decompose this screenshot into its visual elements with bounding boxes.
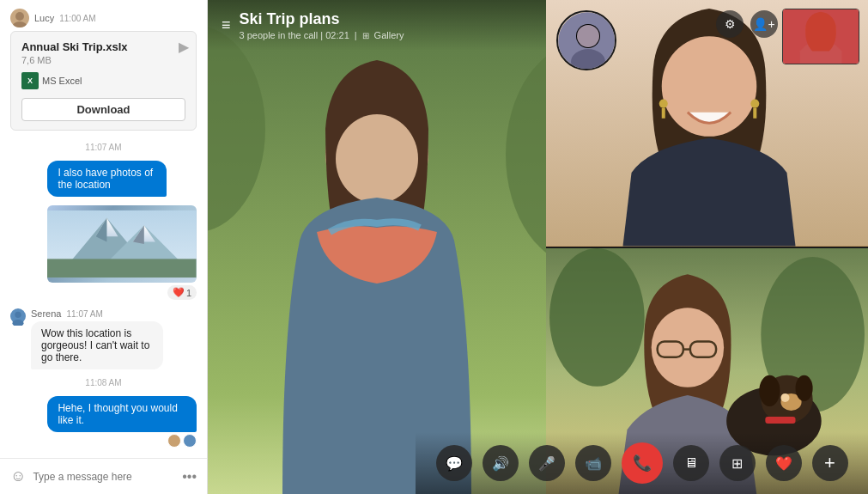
svg-point-30: [577, 25, 599, 47]
svg-point-34: [549, 248, 645, 387]
camera-icon: 📹: [585, 455, 602, 472]
svg-rect-9: [47, 259, 197, 277]
sender-info: Lucy 11:00 AM: [10, 9, 96, 27]
forward-button[interactable]: ▶: [179, 39, 189, 55]
heart-button[interactable]: ❤️: [766, 445, 802, 481]
svg-point-0: [15, 12, 24, 21]
mini-avatar-2: [183, 434, 197, 448]
add-icon: +: [824, 452, 835, 474]
svg-point-44: [780, 393, 789, 401]
sender-time: 11:00 AM: [59, 14, 95, 23]
incoming-bubble: Wow this location is gorgeous! I can't w…: [31, 321, 163, 369]
serena-name: Serena: [31, 308, 61, 319]
heart-icon: ❤️: [775, 455, 792, 472]
video-panel: ≡ Ski Trip plans 3 people in the call | …: [208, 0, 868, 494]
incoming-msg-group: Serena 11:07 AM Wow this location is gor…: [10, 308, 197, 369]
screen-share-icon: 🖥: [684, 455, 698, 471]
main-video: ≡ Ski Trip plans 3 people in the call | …: [208, 0, 546, 494]
svg-rect-45: [765, 417, 795, 424]
svg-point-11: [15, 312, 21, 318]
serena-time: 11:07 AM: [66, 309, 102, 319]
svg-point-25: [750, 100, 759, 108]
svg-point-19: [336, 114, 418, 204]
gallery-view-button[interactable]: ⊞: [719, 445, 756, 481]
call-title: Ski Trip plans: [240, 10, 404, 28]
mic-icon: 🎤: [538, 455, 555, 472]
add-button[interactable]: +: [812, 445, 848, 481]
chat-panel: Lucy 11:00 AM ▶ Annual Ski Trip.xslx 7,6…: [0, 0, 208, 494]
incoming-content: Serena 11:07 AM Wow this location is gor…: [31, 308, 197, 369]
timestamp-2: 11:08 AM: [10, 378, 197, 387]
self-view: [556, 10, 616, 70]
svg-point-47: [796, 375, 813, 400]
settings-button[interactable]: ⚙: [716, 10, 744, 38]
svg-rect-26: [753, 108, 756, 119]
video-thumbnails: ⚙ 👤+: [546, 0, 868, 494]
outgoing-bubble-2: Hehe, I thought you would like it.: [47, 396, 197, 432]
file-message-wrapper: Lucy 11:00 AM ▶ Annual Ski Trip.xslx 7,6…: [10, 9, 197, 131]
gear-icon: ⚙: [725, 17, 736, 31]
screen-share-button[interactable]: 🖥: [673, 445, 709, 481]
serena-avatar: [10, 308, 26, 324]
divider: |: [355, 30, 357, 40]
chat-messages: Lucy 11:00 AM ▶ Annual Ski Trip.xslx 7,6…: [0, 0, 207, 458]
add-person-button[interactable]: 👤+: [750, 10, 778, 38]
more-button[interactable]: •••: [182, 469, 197, 485]
image-message[interactable]: ❤️ 1: [47, 202, 197, 300]
mic-button[interactable]: 🎤: [529, 445, 565, 481]
camera-button[interactable]: 📹: [575, 445, 611, 481]
file-type-label: MS Excel: [42, 76, 82, 86]
call-subtitle: 3 people in the call | 02:21 | ⊞ Gallery: [240, 30, 404, 40]
volume-icon: 🔊: [492, 455, 509, 472]
add-person-icon: 👤+: [753, 17, 774, 31]
call-info: Ski Trip plans 3 people in the call | 02…: [240, 10, 404, 40]
outgoing-group-2: Hehe, I thought you would like it.: [10, 396, 197, 448]
file-type-row: X MS Excel: [21, 72, 185, 89]
svg-point-37: [652, 308, 724, 387]
file-name: Annual Ski Trip.xslx: [21, 40, 185, 53]
heart-emoji: ❤️: [173, 287, 185, 298]
svg-point-23: [659, 100, 668, 108]
thumb-top: ⚙ 👤+: [546, 0, 868, 247]
excel-icon: X: [21, 72, 39, 89]
main-video-bg: [208, 0, 546, 494]
reaction-row[interactable]: ❤️ 1: [47, 285, 197, 300]
gallery-icon: ⊞: [362, 31, 369, 40]
reaction-badge[interactable]: ❤️ 1: [167, 285, 197, 300]
svg-rect-24: [662, 108, 665, 119]
video-controls: 💬 🔊 🎤 📹 📞 🖥 ⊞ ❤️ +: [416, 432, 868, 494]
avatar: [10, 9, 29, 27]
end-call-button[interactable]: 📞: [622, 442, 663, 484]
video-header: ≡ Ski Trip plans 3 people in the call | …: [208, 0, 546, 51]
reaction-count: 1: [186, 288, 191, 298]
self-cam-bg: [783, 9, 859, 64]
chat-button[interactable]: 💬: [436, 445, 472, 481]
reaction-avatars: [167, 434, 197, 448]
outgoing-bubble-wrapper: I also have photos of the location: [47, 161, 197, 197]
chat-input-bar: ☺ •••: [0, 458, 207, 494]
timestamp-1: 11:07 AM: [10, 143, 197, 152]
end-icon: 📞: [633, 454, 652, 473]
gallery-view-icon: ⊞: [731, 455, 743, 472]
gallery-label: Gallery: [374, 30, 404, 40]
chat-icon: 💬: [446, 455, 463, 472]
svg-point-1: [12, 21, 27, 27]
download-button[interactable]: Download: [21, 98, 185, 121]
mini-avatar-1: [167, 434, 181, 448]
message-input[interactable]: [33, 471, 175, 483]
svg-point-46: [759, 375, 780, 406]
chat-image: [47, 205, 197, 283]
self-cam: [782, 9, 859, 64]
file-card: ▶ Annual Ski Trip.xslx 7,6 MB X MS Excel…: [10, 31, 197, 131]
file-size: 7,6 MB: [21, 55, 185, 65]
hamburger-button[interactable]: ≡: [222, 16, 231, 34]
video-top-controls: ⚙ 👤+: [716, 10, 778, 38]
volume-button[interactable]: 🔊: [483, 445, 519, 481]
call-subtitle-text: 3 people in the call | 02:21: [240, 30, 349, 40]
emoji-button[interactable]: ☺: [10, 467, 26, 485]
sender-name: Lucy: [34, 13, 54, 23]
outgoing-bubble-1: I also have photos of the location: [47, 161, 167, 197]
